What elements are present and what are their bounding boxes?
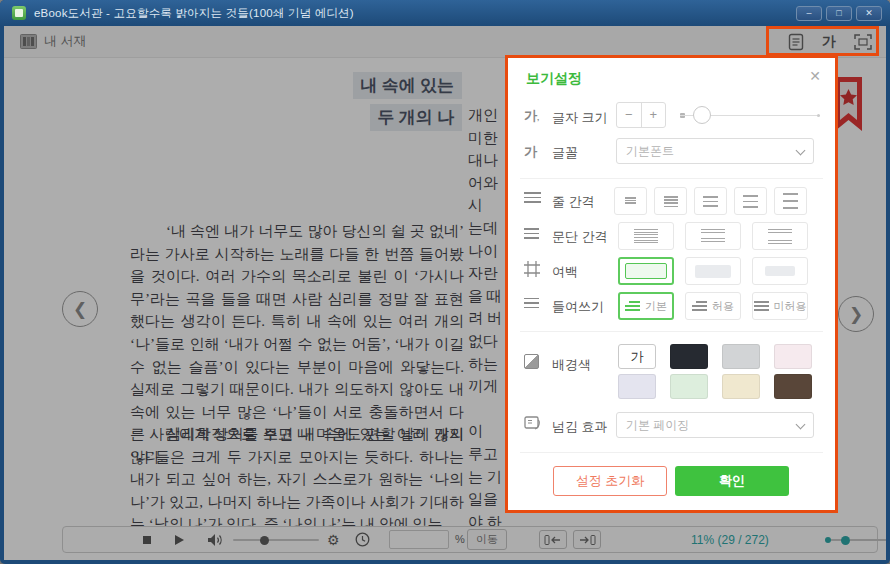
- indent-glyph: [625, 301, 640, 311]
- line-spacing-option-4[interactable]: [734, 187, 767, 215]
- font-icon: 가: [524, 143, 537, 161]
- line-spacing-glyph: [625, 197, 636, 205]
- bg-color-white-selected[interactable]: 가: [618, 344, 656, 369]
- page-effect-value: 기본 페이징: [626, 418, 689, 432]
- font-size-icon: 가,: [524, 107, 539, 125]
- bg-color-pink[interactable]: [774, 344, 812, 369]
- background-color-label: 배경색: [552, 356, 591, 374]
- line-spacing-option-3[interactable]: [694, 187, 727, 215]
- paragraph-glyph: [701, 229, 725, 234]
- font-dropdown-value: 기본폰트: [626, 144, 674, 158]
- margin-glyph: [765, 266, 795, 276]
- paragraph-spacing-option-2[interactable]: [685, 222, 741, 250]
- bg-color-green[interactable]: [670, 374, 708, 399]
- margin-icon: [524, 261, 540, 277]
- font-dropdown[interactable]: 기본폰트: [616, 138, 814, 164]
- font-size-label: 글자 크기: [552, 109, 608, 127]
- indent-option-label: 기본: [645, 299, 667, 314]
- bg-color-gray[interactable]: [722, 344, 760, 369]
- indent-option-label: 미허용: [774, 299, 807, 314]
- bg-color-dark[interactable]: [670, 344, 708, 369]
- dialog-title: 보기설정: [526, 70, 582, 88]
- paragraph-spacing-option-1[interactable]: [618, 222, 674, 250]
- indent-icon: [524, 298, 539, 309]
- margin-glyph: [625, 263, 667, 279]
- indent-option-allow[interactable]: 허용: [685, 292, 741, 320]
- line-spacing-glyph: [783, 193, 798, 209]
- paragraph-glyph: [701, 238, 725, 243]
- font-size-slider-handle[interactable]: [693, 106, 711, 124]
- line-spacing-label: 줄 간격: [552, 193, 595, 211]
- paragraph-glyph: [634, 229, 658, 235]
- view-settings-dialog: 보기설정 ✕ 가, 글자 크기 − + 가 글꼴: [505, 55, 838, 513]
- page-effect-label: 넘김 효과: [552, 418, 608, 436]
- line-spacing-icon: [524, 192, 541, 205]
- paragraph-spacing-option-3[interactable]: [752, 222, 808, 250]
- margin-option-2[interactable]: [685, 257, 741, 285]
- font-size-decrease-button[interactable]: −: [617, 103, 642, 127]
- reset-settings-button[interactable]: 설정 초기화: [553, 466, 667, 496]
- indent-option-default-selected[interactable]: 기본: [618, 292, 674, 320]
- margin-option-1-selected[interactable]: [618, 257, 674, 285]
- background-color-icon: [524, 354, 539, 369]
- paragraph-glyph: [634, 237, 658, 243]
- margin-glyph: [695, 265, 731, 278]
- paragraph-glyph: [768, 229, 792, 233]
- chevron-down-icon: [796, 420, 806, 430]
- close-button[interactable]: ✕: [856, 6, 882, 21]
- line-spacing-glyph: [703, 196, 718, 207]
- divider: [520, 331, 823, 332]
- divider: [520, 178, 823, 179]
- margin-option-3[interactable]: [752, 257, 808, 285]
- chevron-down-icon: [796, 146, 806, 156]
- line-spacing-option-2[interactable]: [654, 187, 687, 215]
- line-spacing-glyph: [664, 196, 678, 207]
- window-title: eBook도서관 - 고요할수록 밝아지는 것들(100쇄 기념 에디션): [34, 6, 354, 21]
- paragraph-spacing-icon: [524, 228, 539, 239]
- dialog-close-button[interactable]: ✕: [809, 68, 821, 84]
- annotation-toolbar-highlight: [766, 26, 879, 56]
- indent-option-disallow[interactable]: 미허용: [752, 292, 808, 320]
- bg-color-cream[interactable]: [722, 374, 760, 399]
- titlebar[interactable]: eBook도서관 - 고요할수록 밝아지는 것들(100쇄 기념 에디션) – …: [0, 0, 890, 26]
- indent-glyph: [754, 301, 769, 311]
- font-label: 글꼴: [552, 144, 578, 162]
- confirm-button[interactable]: 확인: [675, 466, 789, 496]
- indent-glyph: [692, 301, 707, 311]
- paragraph-spacing-label: 문단 간격: [552, 228, 608, 246]
- indent-option-label: 허용: [712, 299, 734, 314]
- divider: [520, 452, 823, 453]
- window-frame: eBook도서관 - 고요할수록 밝아지는 것들(100쇄 기념 에디션) – …: [0, 0, 890, 564]
- margin-label: 여백: [552, 263, 578, 281]
- bg-color-brown[interactable]: [774, 374, 812, 399]
- maximize-button[interactable]: □: [826, 6, 852, 21]
- app-window: eBook도서관 - 고요할수록 밝아지는 것들(100쇄 기념 에디션) – …: [0, 0, 890, 564]
- font-size-stepper: − +: [616, 102, 666, 128]
- paragraph-glyph: [768, 240, 792, 244]
- minimize-button[interactable]: –: [796, 6, 822, 21]
- page-effect-icon: [524, 416, 541, 431]
- page-effect-dropdown[interactable]: 기본 페이징: [616, 412, 814, 438]
- bg-color-lavender[interactable]: [618, 374, 656, 399]
- window-content: 내 서재 가: [4, 26, 886, 560]
- slider-max-mark: [817, 114, 820, 117]
- line-spacing-option-1[interactable]: [614, 187, 647, 215]
- font-size-slider[interactable]: [680, 102, 820, 128]
- line-spacing-glyph: [743, 195, 758, 208]
- line-spacing-option-5[interactable]: [774, 187, 807, 215]
- app-icon: [12, 6, 26, 20]
- indent-label: 들여쓰기: [552, 298, 604, 316]
- font-size-increase-button[interactable]: +: [642, 103, 666, 127]
